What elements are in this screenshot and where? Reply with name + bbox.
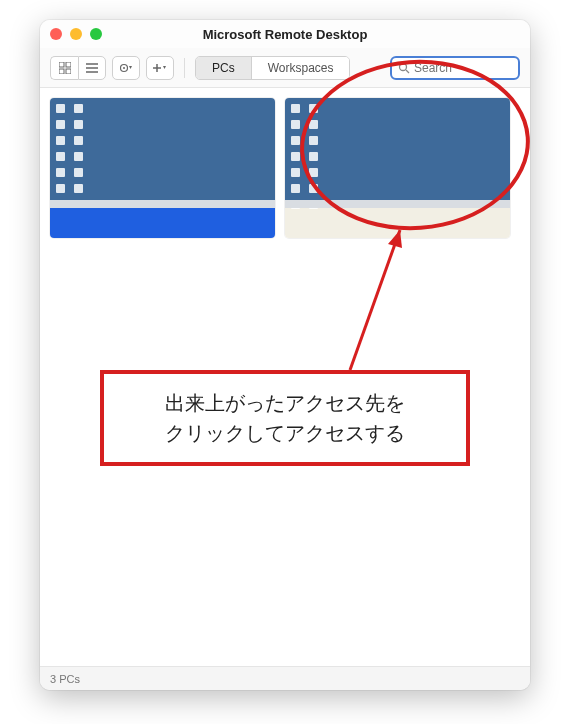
desktop-icons	[291, 104, 319, 210]
pc-thumbnail	[285, 98, 510, 208]
gear-dropdown-icon	[119, 62, 133, 74]
status-bar: 3 PCs	[40, 666, 530, 690]
svg-point-11	[400, 63, 407, 70]
pc-tile-2[interactable]	[285, 98, 510, 238]
window-title: Microsoft Remote Desktop	[40, 27, 530, 42]
desktop-icons	[56, 104, 84, 194]
settings-dropdown-button[interactable]	[112, 56, 140, 80]
toolbar: PCs Workspaces	[40, 48, 530, 88]
minimize-window-button[interactable]	[70, 28, 82, 40]
pc-label	[285, 208, 510, 238]
annotation-callout: 出来上がったアクセス先を クリックしてアクセスする	[100, 370, 470, 466]
annotation-line2: クリックしてアクセスする	[124, 418, 446, 448]
window-controls	[50, 28, 102, 40]
plus-dropdown-icon	[153, 62, 167, 74]
search-icon	[398, 62, 410, 74]
list-icon	[86, 62, 98, 74]
app-window: Microsoft Remote Desktop	[40, 20, 530, 690]
tab-workspaces[interactable]: Workspaces	[251, 57, 350, 79]
pc-tile-1[interactable]	[50, 98, 275, 238]
desktop-taskbar	[50, 200, 275, 208]
tab-pcs[interactable]: PCs	[196, 57, 251, 79]
section-tabs: PCs Workspaces	[195, 56, 350, 80]
view-mode-group	[50, 56, 106, 80]
annotation-line1: 出来上がったアクセス先を	[124, 388, 446, 418]
svg-point-8	[123, 67, 125, 69]
svg-line-12	[406, 70, 409, 73]
svg-rect-0	[59, 62, 64, 67]
pc-label	[50, 208, 275, 238]
pc-thumbnail	[50, 98, 275, 208]
svg-rect-2	[59, 69, 64, 74]
desktop-taskbar	[285, 200, 510, 208]
status-text: 3 PCs	[50, 673, 80, 685]
grid-view-button[interactable]	[50, 56, 78, 80]
titlebar: Microsoft Remote Desktop	[40, 20, 530, 48]
close-window-button[interactable]	[50, 28, 62, 40]
list-view-button[interactable]	[78, 56, 106, 80]
search-field[interactable]	[390, 56, 520, 80]
svg-rect-1	[66, 62, 71, 67]
add-dropdown-button[interactable]	[146, 56, 174, 80]
grid-icon	[59, 62, 71, 74]
zoom-window-button[interactable]	[90, 28, 102, 40]
search-input[interactable]	[414, 61, 512, 75]
toolbar-divider	[184, 58, 185, 78]
svg-rect-3	[66, 69, 71, 74]
